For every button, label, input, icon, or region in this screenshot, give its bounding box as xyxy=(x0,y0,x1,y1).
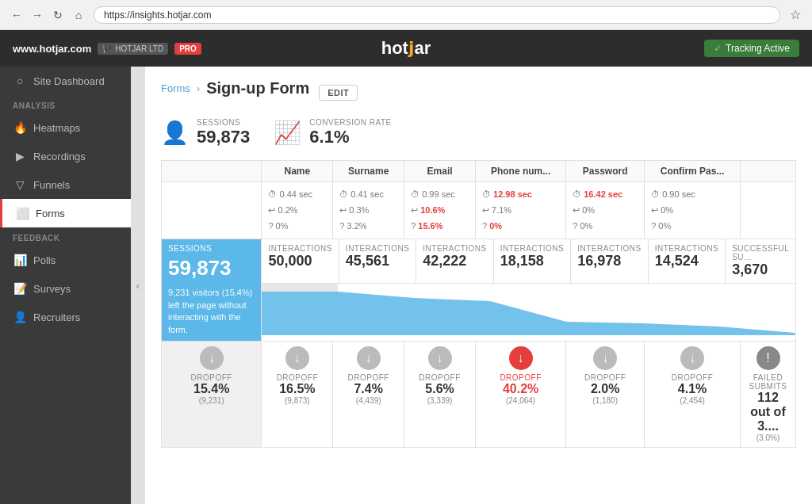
polls-icon: 📊 xyxy=(13,254,27,266)
dropoff-sub-3: (24,064) xyxy=(482,396,559,405)
phone-hesitation: ? 0% xyxy=(482,219,559,235)
dropoff-value-2: 5.6% xyxy=(411,382,469,396)
dropoff-col-2: ↓ DROPOFF 5.6% (3,339) xyxy=(404,341,476,447)
pass-return: ↩ 0% xyxy=(573,203,638,219)
breadcrumb-parent-link[interactable]: Forms xyxy=(161,82,190,94)
interactions-col-3: INTERACTIONS 18,158 xyxy=(494,239,571,283)
sidebar-item-surveys[interactable]: 📝 Surveys xyxy=(0,274,131,303)
interactions-col-4: INTERACTIONS 16,978 xyxy=(571,239,648,283)
name-hesitation: ? 0% xyxy=(268,219,326,235)
sidebar-item-forms[interactable]: ⬜ Forms xyxy=(0,199,131,227)
dropoff-value-5: 4.1% xyxy=(651,382,733,396)
chart-row: SESSIONS 59,873 9,231 visitors (15.4%) l… xyxy=(162,239,796,342)
dropoff-label-6: FAILED SUBMITS xyxy=(747,373,789,391)
interactions-col-1: INTERACTIONS 45,561 xyxy=(339,239,416,283)
recruiters-icon: 👤 xyxy=(13,311,27,323)
browser-actions: ☆ xyxy=(787,6,804,24)
dropoff-label-0: DROPOFF xyxy=(268,373,326,382)
interactions-row: INTERACTIONS 50,000 INTERACTIONS 45,561 … xyxy=(262,239,795,284)
name-return: ↩ 0.2% xyxy=(268,203,326,219)
sidebar-item-recordings[interactable]: ▶ Recordings xyxy=(0,142,131,170)
dropoff-value-1: 7.4% xyxy=(339,382,397,396)
dropoff-sub-5: (2,454) xyxy=(651,396,733,405)
interactions-value-4: 16,978 xyxy=(577,253,641,269)
sidebar-item-funnels[interactable]: ▽ Funnels xyxy=(0,170,131,199)
bookmark-button[interactable]: ☆ xyxy=(787,6,804,24)
interactions-label-1: INTERACTIONS xyxy=(346,244,409,253)
dropoff-col-3: ↓ DROPOFF 40.2% (24,064) xyxy=(475,341,565,447)
interactions-value-6: 3,670 xyxy=(732,262,789,278)
email-return: ↩ 10.6% xyxy=(411,203,469,219)
sidebar-item-polls[interactable]: 📊 Polls xyxy=(0,246,131,274)
form-analytics-table: Name Surname Email Phone num... Password… xyxy=(161,160,796,448)
col-header-confirm: Confirm Pas... xyxy=(645,161,741,182)
surveys-icon: 📝 xyxy=(13,282,27,295)
main-layout: ○ Site Dashboard ANALYSIS 🔥 Heatmaps ▶ R… xyxy=(0,67,812,504)
dashboard-icon: ○ xyxy=(13,74,27,87)
dropoff-sub-2: (3,339) xyxy=(411,396,469,405)
sessions-dropoff-icon: ↓ xyxy=(200,346,224,370)
sessions-info: SESSIONS 59,873 xyxy=(197,118,250,147)
site-name: www.hotjar.com xyxy=(13,43,91,55)
interactions-value-0: 50,000 xyxy=(268,253,331,269)
sessions-icon: 👤 xyxy=(161,120,189,146)
phone-return: ↩ 7.1% xyxy=(482,203,559,219)
col-surname-metrics: ⏱ 0.41 sec ↩ 0.3% ? 3.2% xyxy=(333,182,404,239)
dropoff-label-5: DROPOFF xyxy=(651,373,733,382)
sidebar-label-funnels: Funnels xyxy=(33,179,70,191)
dropoff-col-0: ↓ DROPOFF 16.5% (9,873) xyxy=(262,341,333,447)
sidebar-label-recordings: Recordings xyxy=(33,151,86,162)
sessions-dropoff-value: 15.4% xyxy=(168,382,255,396)
sidebar-item-heatmaps[interactable]: 🔥 Heatmaps xyxy=(0,113,131,142)
conversion-info: CONVERSION RATE 6.1% xyxy=(309,118,391,147)
email-time: ⏱ 0.99 sec xyxy=(411,187,469,203)
dropoff-icon-4: ↓ xyxy=(593,346,617,370)
dropoff-label-3: DROPOFF xyxy=(482,373,559,382)
sidebar-item-dashboard[interactable]: ○ Site Dashboard xyxy=(0,67,131,95)
conversion-label: CONVERSION RATE xyxy=(309,118,391,127)
email-hesitation: ? 15.6% xyxy=(411,219,469,235)
col-header-phone: Phone num... xyxy=(475,161,565,182)
surname-hesitation: ? 3.2% xyxy=(339,219,397,235)
sidebar-label-heatmaps: Heatmaps xyxy=(33,122,80,134)
interactions-value-3: 18,158 xyxy=(500,253,564,269)
sidebar-collapse-button[interactable]: ‹ xyxy=(131,67,145,504)
interactions-label-0: INTERACTIONS xyxy=(268,244,331,253)
sidebar-item-recruiters[interactable]: 👤 Recruiters xyxy=(0,303,131,331)
dropoff-col-4: ↓ DROPOFF 2.0% (1,180) xyxy=(566,341,645,447)
dropoff-col-6: ! FAILED SUBMITS 112 out of 3.... (3.0%) xyxy=(741,341,796,447)
back-button[interactable]: ← xyxy=(8,6,25,24)
dropoff-icon-0: ↓ xyxy=(285,346,309,370)
interactions-label-2: INTERACTIONS xyxy=(423,244,486,253)
col-header-surname: Surname xyxy=(333,161,404,182)
sidebar-label-recruiters: Recruiters xyxy=(33,311,80,323)
col-password-metrics: ⏱ 16.42 sec ↩ 0% ? 0% xyxy=(566,182,645,239)
feedback-section-label: FEEDBACK xyxy=(0,227,131,246)
confirm-time: ⏱ 0.90 sec xyxy=(651,187,733,203)
dropoff-icon-5: ↓ xyxy=(680,346,704,370)
pass-hesitation: ? 0% xyxy=(573,219,638,235)
sidebar-label-surveys: Surveys xyxy=(33,283,71,295)
address-bar[interactable]: https://insights.hotjar.com xyxy=(94,6,780,24)
forward-button[interactable]: → xyxy=(29,6,46,24)
interactions-col-6: SUCCESSFUL SU... 3,670 xyxy=(726,239,795,283)
interactions-label-4: INTERACTIONS xyxy=(577,244,641,253)
edit-button[interactable]: EDIT xyxy=(319,85,358,101)
metrics-row: ⏱ 0.44 sec ↩ 0.2% ? 0% ⏱ 0.41 sec ↩ 0.3%… xyxy=(162,182,796,239)
sessions-dropoff-cell: ↓ DROPOFF 15.4% (9,231) xyxy=(162,341,262,447)
pro-badge: PRO xyxy=(174,43,201,55)
dropoff-sub-1: (4,439) xyxy=(339,396,397,405)
reload-button[interactable]: ↻ xyxy=(49,6,67,24)
flag-icon: 🏴 xyxy=(102,44,112,53)
sessions-dropoff-sub: (9,231) xyxy=(168,396,255,405)
dropoff-icon-2: ↓ xyxy=(428,346,452,370)
conversion-value: 6.1% xyxy=(309,127,391,147)
interactions-label-6: SUCCESSFUL SU... xyxy=(732,244,789,262)
interactions-value-2: 42,222 xyxy=(423,253,486,269)
dropoff-sub-6: (3.0%) xyxy=(747,433,789,442)
home-button[interactable]: ⌂ xyxy=(70,6,87,24)
app-header: www.hotjar.com 🏴 HOTJAR LTD PRO hotj̇ar … xyxy=(0,30,812,67)
tracking-label: Tracking Active xyxy=(726,43,790,54)
check-icon: ✓ xyxy=(714,43,722,54)
area-chart-svg xyxy=(262,284,795,335)
